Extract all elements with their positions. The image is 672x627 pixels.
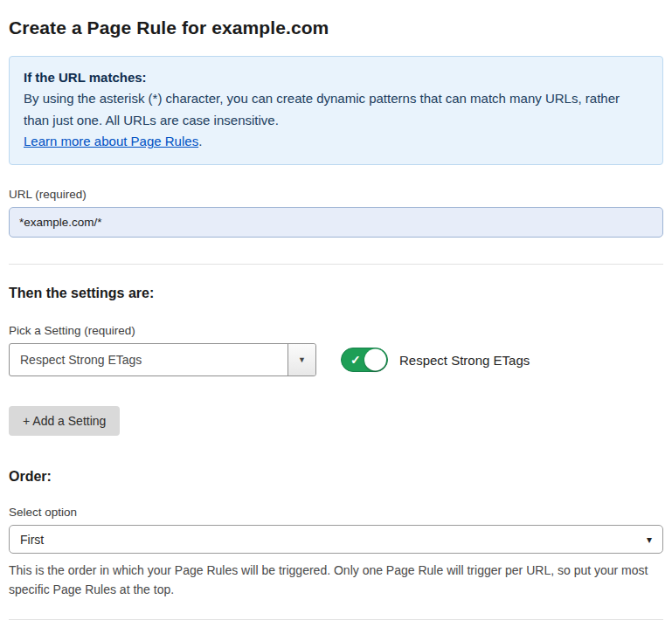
url-label: URL (required) [9, 188, 663, 201]
order-dropdown[interactable]: First ▾ [9, 525, 663, 554]
toggle-knob [364, 349, 386, 371]
info-box-body: By using the asterisk (*) character, you… [24, 88, 648, 131]
learn-more-link[interactable]: Learn more about Page Rules [24, 134, 198, 148]
info-box-link-line: Learn more about Page Rules. [24, 131, 648, 152]
url-input[interactable] [9, 207, 663, 238]
order-select-label: Select option [9, 506, 663, 519]
pick-setting-label: Pick a Setting (required) [9, 324, 663, 337]
setting-row: Respect Strong ETags ▼ ✓ Respect Strong … [9, 343, 663, 376]
order-heading: Order: [9, 469, 663, 485]
setting-dropdown-value: Respect Strong ETags [10, 353, 142, 367]
setting-dropdown[interactable]: Respect Strong ETags ▼ [9, 343, 316, 376]
section-divider [9, 264, 663, 265]
url-field-group: URL (required) [9, 188, 663, 238]
chevron-down-icon: ▾ [647, 534, 652, 546]
url-matches-info-box: If the URL matches: By using the asteris… [9, 56, 663, 165]
footer-divider [9, 619, 663, 620]
page-rule-form: Create a Page Rule for example.com If th… [0, 0, 672, 627]
check-icon: ✓ [350, 354, 361, 366]
add-setting-button[interactable]: + Add a Setting [9, 406, 120, 436]
chevron-down-icon[interactable]: ▼ [288, 344, 315, 376]
settings-heading: Then the settings are: [9, 286, 663, 301]
link-period: . [198, 134, 202, 148]
info-box-heading: If the URL matches: [24, 67, 648, 88]
etags-toggle-label: Respect Strong ETags [399, 353, 530, 368]
page-title: Create a Page Rule for example.com [9, 17, 663, 38]
order-dropdown-value: First [20, 533, 44, 547]
etags-toggle-group: ✓ Respect Strong ETags [341, 348, 530, 372]
order-help-text: This is the order in which your Page Rul… [9, 562, 663, 599]
etags-toggle[interactable]: ✓ [341, 348, 388, 372]
